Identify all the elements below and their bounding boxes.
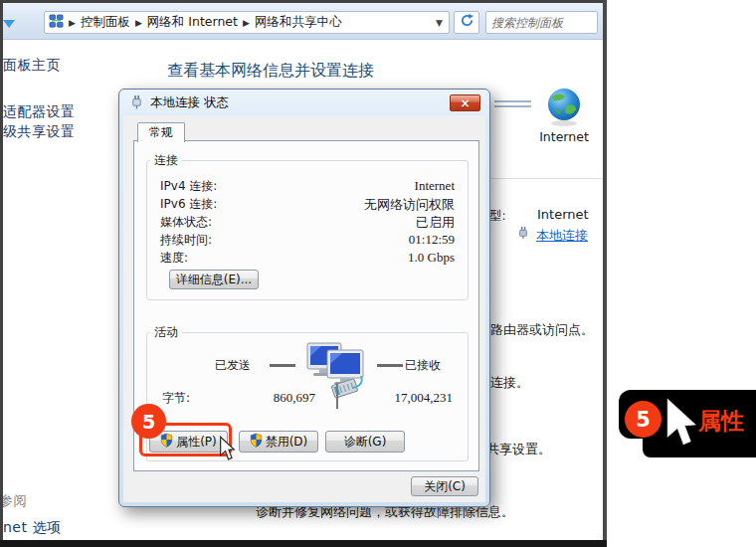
bytes-label: 字节: xyxy=(162,390,190,407)
screenshot-canvas: ▶ 控制面板 ▶ 网络和 Internet ▶ 网络和共享中心 ▼ 查看基本网络… xyxy=(0,0,756,547)
access-type-label: 型: xyxy=(489,208,506,225)
diagnose-button[interactable]: 诊断(G) xyxy=(325,431,405,453)
received-label: 已接收 xyxy=(405,357,441,374)
disable-button-label: 禁用(D) xyxy=(266,434,308,451)
refresh-button[interactable] xyxy=(454,11,479,34)
mouse-cursor-icon xyxy=(664,397,698,453)
stat-label: 持续时间: xyxy=(160,232,212,249)
stat-value: 无网络访问权限 xyxy=(364,196,455,214)
refresh-icon xyxy=(460,13,474,32)
stat-value: 已启用 xyxy=(416,214,455,232)
section-divider xyxy=(491,178,605,179)
dialog-title-bar[interactable]: 本地连接 状态 xyxy=(119,90,489,115)
step-badge: 5 xyxy=(625,401,662,438)
close-icon[interactable]: × xyxy=(450,94,480,111)
stat-row-ipv4: IPv4 连接: Internet xyxy=(160,178,455,195)
sent-label: 已发送 xyxy=(215,357,251,374)
sidebar-item-internet-options[interactable]: net 选项 xyxy=(3,519,61,537)
internet-node-label: Internet xyxy=(537,129,591,144)
text-fragment: 连接。 xyxy=(490,374,529,392)
stat-label: 速度: xyxy=(160,250,188,267)
mouse-cursor-icon xyxy=(219,436,236,465)
window-border xyxy=(0,0,607,3)
sidebar-item-adapter-settings[interactable]: 适配器设置 xyxy=(3,103,76,121)
stat-label: IPv6 连接: xyxy=(160,196,217,214)
chevron-down-icon[interactable]: ▼ xyxy=(436,18,443,28)
stat-row-speed: 速度: 1.0 Gbps xyxy=(160,250,455,267)
tab-general[interactable]: 常规 xyxy=(137,122,185,142)
search-box xyxy=(485,11,598,34)
details-button[interactable]: 详细信息(E)... xyxy=(169,270,259,289)
internet-globe-icon xyxy=(544,86,584,131)
activity-group-label: 活动 xyxy=(150,324,182,341)
connection-group-label: 连接 xyxy=(150,152,182,169)
sent-dash xyxy=(270,364,295,367)
stat-value: 1.0 Gbps xyxy=(408,250,455,267)
sidebar-item-control-panel-home[interactable]: 面板主页 xyxy=(3,57,61,75)
page-title: 查看基本网络信息并设置连接 xyxy=(167,61,374,82)
search-input[interactable] xyxy=(485,11,598,34)
sidebar-item-advanced-sharing[interactable]: 级共享设置 xyxy=(3,123,76,141)
breadcrumb-arrow-icon: ▶ xyxy=(135,18,142,28)
stat-row-media-state: 媒体状态: 已启用 xyxy=(160,214,455,232)
step-badge: 5 xyxy=(131,404,166,439)
stat-row-ipv6: IPv6 连接: 无网络访问权限 xyxy=(160,196,455,214)
window-border[interactable] xyxy=(0,540,607,547)
disable-button[interactable]: 禁用(D) xyxy=(239,431,318,453)
breadcrumb: ▶ 控制面板 ▶ 网络和 Internet ▶ 网络和共享中心 ▼ xyxy=(44,11,450,34)
stat-value: 01:12:59 xyxy=(409,232,455,249)
stat-label: IPv4 连接: xyxy=(160,178,217,195)
bytes-divider xyxy=(336,383,338,409)
dialog-title: 本地连接 状态 xyxy=(150,94,229,111)
received-dash xyxy=(377,364,403,367)
stat-row-duration: 持续时间: 01:12:59 xyxy=(160,232,455,249)
bytes-sent-value: 860,697 xyxy=(216,390,315,406)
stat-label: 媒体状态: xyxy=(160,214,212,232)
network-map-line xyxy=(494,105,531,107)
connection-plug-icon xyxy=(517,225,529,244)
close-button[interactable]: 关闭(C) xyxy=(411,476,478,496)
back-history-icon[interactable] xyxy=(3,20,15,28)
access-type-value: Internet xyxy=(537,207,589,222)
breadcrumb-arrow-icon: ▶ xyxy=(243,18,250,28)
breadcrumb-arrow-icon: ▶ xyxy=(69,18,76,28)
callout-label: 属性 xyxy=(698,406,744,437)
uac-shield-icon xyxy=(250,433,263,451)
connection-plug-icon xyxy=(130,93,143,112)
breadcrumb-item-control-panel[interactable]: 控制面板 xyxy=(81,14,130,31)
text-fragment: 路由器或访问点。 xyxy=(490,321,594,339)
text-fragment: 共享设置。 xyxy=(486,441,551,458)
see-also-heading: 参阅 xyxy=(0,492,27,510)
window-border[interactable] xyxy=(603,0,607,540)
network-map-line xyxy=(494,100,531,102)
breadcrumb-item-network-sharing-center[interactable]: 网络和共享中心 xyxy=(255,14,342,31)
stat-value: Internet xyxy=(415,178,455,195)
window-border xyxy=(0,0,3,540)
breadcrumb-item-network-internet[interactable]: 网络和 Internet xyxy=(147,14,238,31)
network-center-icon xyxy=(49,14,64,32)
bytes-received-value: 17,004,231 xyxy=(353,390,453,406)
local-connection-link[interactable]: 本地连接 xyxy=(536,227,588,245)
